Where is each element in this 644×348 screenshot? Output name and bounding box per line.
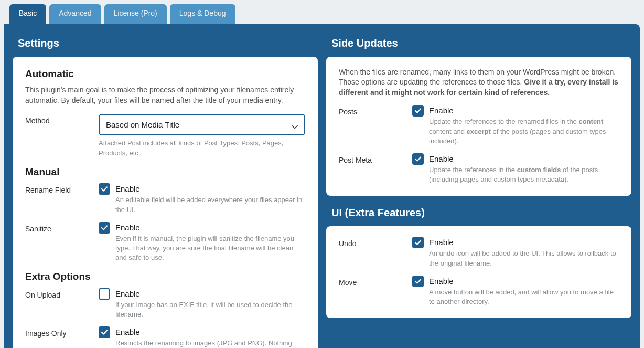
on-upload-enable: Enable (115, 288, 305, 299)
on-upload-checkbox[interactable] (99, 288, 110, 300)
check-icon (414, 155, 422, 163)
check-icon (414, 278, 422, 285)
side-updates-title: Side Updates (331, 36, 631, 50)
on-upload-desc: If your image has an EXIF title, it will… (115, 300, 305, 319)
sanitize-enable: Enable (115, 222, 305, 233)
post-meta-label: Post Meta (339, 153, 412, 166)
undo-desc: An undo icon will be added to the UI. Th… (429, 249, 619, 268)
method-select-value: Based on Media Title (106, 120, 179, 129)
move-enable: Enable (429, 276, 619, 287)
check-icon (101, 185, 108, 193)
tab-advanced[interactable]: Advanced (49, 4, 101, 24)
ui-features-title: UI (Extra Features) (331, 205, 631, 220)
tab-license[interactable]: License (Pro) (104, 4, 167, 24)
tab-logs[interactable]: Logs & Debug (170, 4, 235, 24)
settings-panel: Settings Automatic This plugin's main go… (4, 24, 640, 348)
chevron-down-icon (292, 122, 298, 128)
on-upload-label: On Upload (25, 288, 99, 301)
method-helper: Attached Post includes all kinds of Post… (99, 139, 305, 157)
side-updates-card: When the files are renamed, many links t… (326, 57, 631, 196)
post-meta-enable: Enable (429, 153, 619, 164)
images-only-label: Images Only (25, 326, 99, 339)
move-checkbox[interactable] (412, 276, 424, 287)
check-icon (101, 329, 108, 336)
extra-heading: Extra Options (25, 270, 305, 284)
check-icon (414, 239, 422, 246)
undo-checkbox[interactable] (412, 237, 424, 248)
rename-field-label: Rename Field (25, 183, 99, 196)
manual-heading: Manual (25, 165, 305, 180)
sanitize-checkbox[interactable] (99, 222, 110, 234)
check-icon (414, 107, 422, 114)
sanitize-label: Sanitize (25, 222, 99, 235)
rename-field-checkbox[interactable] (99, 183, 110, 195)
method-select[interactable]: Based on Media Title (99, 114, 305, 135)
tab-bar: Basic Advanced License (Pro) Logs & Debu… (4, 4, 640, 24)
ui-features-card: Undo Enable An undo icon will be added t… (326, 226, 631, 318)
settings-title: Settings (18, 36, 318, 50)
post-meta-checkbox[interactable] (412, 153, 424, 165)
images-only-desc: Restricts the renaming to images (JPG an… (115, 339, 305, 348)
images-only-enable: Enable (115, 326, 305, 338)
rename-field-desc: An editable field will be added everywhe… (115, 195, 305, 214)
method-label: Method (25, 114, 99, 126)
move-desc: A move button will be added, and will al… (429, 288, 619, 307)
post-meta-desc: Update the references in the custom fiel… (429, 165, 619, 184)
move-label: Move (339, 276, 412, 288)
tab-basic[interactable]: Basic (9, 4, 46, 24)
posts-label: Posts (339, 105, 412, 118)
undo-label: Undo (339, 237, 412, 249)
images-only-checkbox[interactable] (99, 326, 110, 338)
automatic-desc: This plugin's main goal is to make the p… (25, 85, 305, 106)
undo-enable: Enable (429, 237, 619, 248)
automatic-heading: Automatic (25, 67, 305, 81)
rename-field-enable: Enable (115, 183, 305, 194)
check-icon (101, 224, 108, 231)
sanitize-desc: Even if it is manual, the plugin will sa… (115, 234, 305, 263)
side-updates-intro: When the files are renamed, many links t… (339, 67, 619, 98)
settings-card: Automatic This plugin's main goal is to … (13, 57, 318, 348)
posts-desc: Update the references to the renamed fil… (429, 117, 619, 146)
posts-checkbox[interactable] (412, 105, 424, 117)
posts-enable: Enable (429, 105, 619, 116)
